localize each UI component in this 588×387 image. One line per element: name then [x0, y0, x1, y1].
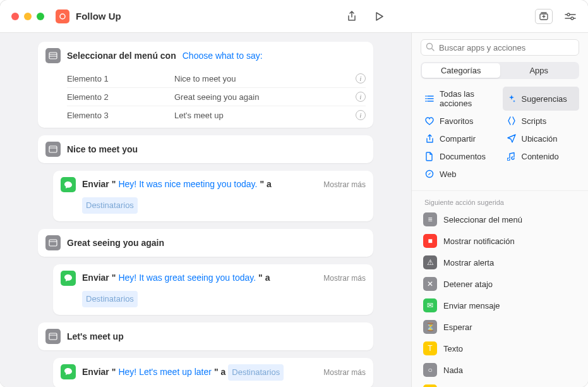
tab-categories[interactable]: Categorías: [422, 63, 500, 78]
minimize-window-button[interactable]: [24, 13, 32, 20]
case-title: Nice to meet you: [67, 144, 138, 154]
messages-app-icon: [61, 271, 76, 286]
info-icon[interactable]: i: [356, 73, 366, 83]
case-title: Great seeing you again: [67, 238, 164, 248]
suggestion-item[interactable]: ⏳Esperar: [418, 316, 582, 338]
show-more-button[interactable]: Mostrar más: [323, 272, 366, 285]
category-content[interactable]: Contenido: [503, 149, 580, 164]
suggestions-header: Siguiente acción sugerida: [412, 194, 588, 209]
category-fav[interactable]: Favoritos: [421, 113, 498, 128]
menu-case-icon: [45, 142, 61, 157]
suggestion-item[interactable]: ⚠Mostrar alerta: [418, 252, 582, 273]
menu-case-header[interactable]: Great seeing you again: [38, 229, 373, 257]
tab-apps[interactable]: Apps: [500, 63, 579, 78]
category-all[interactable]: Todas las acciones: [421, 87, 498, 111]
svg-rect-5: [49, 146, 57, 152]
info-icon[interactable]: i: [356, 110, 366, 120]
messages-app-icon: [61, 364, 76, 379]
fullscreen-window-button[interactable]: [37, 13, 44, 20]
recipients-placeholder[interactable]: Destinatarios: [82, 197, 138, 214]
menu-case-icon: [45, 235, 61, 250]
menu-item-row[interactable]: Elemento 3 Let's meet up i: [67, 106, 366, 124]
category-web[interactable]: Web: [421, 166, 498, 181]
menu-items-list: Elemento 1 Nice to meet you i Elemento 2…: [38, 70, 373, 128]
search-field[interactable]: [421, 39, 579, 56]
suggestion-item[interactable]: ▣Mostrar resultado: [418, 381, 582, 387]
messages-app-icon: [61, 177, 76, 192]
action-glyph-icon: ✕: [423, 277, 437, 291]
category-location[interactable]: Ubicación: [503, 131, 580, 146]
shortcut-editor: Seleccionar del menú con Choose what to …: [0, 33, 411, 387]
case-title: Let's meet up: [67, 331, 124, 341]
action-send-message[interactable]: Enviar " Hey! It was great seeing you to…: [53, 264, 373, 315]
show-more-button[interactable]: Mostrar más: [323, 366, 366, 379]
menu-action-icon: [45, 48, 61, 63]
run-icon[interactable]: [373, 10, 386, 23]
safari-icon: [424, 169, 435, 179]
suggestion-item[interactable]: ○Nada: [418, 359, 582, 381]
message-token[interactable]: Hey! It was great seeing you today.: [118, 271, 256, 286]
close-window-button[interactable]: [11, 13, 19, 20]
doc-icon: [424, 151, 435, 161]
script-icon: [507, 116, 517, 126]
action-choose-from-menu[interactable]: Seleccionar del menú con Choose what to …: [38, 42, 373, 128]
svg-point-9: [427, 44, 433, 49]
svg-point-3: [571, 17, 573, 20]
suggestion-item[interactable]: ✉Enviar mensaje: [418, 295, 582, 316]
menu-case-header[interactable]: Nice to meet you: [38, 135, 373, 163]
suggestion-item[interactable]: ■Mostrar notificación: [418, 230, 582, 252]
menu-case-icon: [45, 329, 61, 344]
svg-rect-7: [49, 333, 57, 340]
message-token[interactable]: Hey! Let's meet up later: [118, 365, 211, 380]
settings-sliders-icon[interactable]: [564, 10, 577, 23]
location-icon: [507, 133, 517, 144]
menu-action-label: Seleccionar del menú con: [67, 51, 176, 61]
suggestion-item[interactable]: ✕Detener atajo: [418, 273, 582, 295]
menu-item-row[interactable]: Elemento 1 Nice to meet you i: [67, 70, 366, 87]
action-glyph-icon: ⚠: [423, 255, 437, 269]
share-icon: [424, 133, 435, 144]
action-glyph-icon: ○: [423, 363, 437, 377]
music-icon: [507, 151, 517, 161]
svg-rect-4: [49, 52, 57, 59]
shortcut-icon: [56, 9, 69, 23]
show-more-button[interactable]: Mostrar más: [323, 178, 366, 191]
message-token[interactable]: Hey! It was nice meeting you today.: [118, 177, 257, 192]
suggestion-item[interactable]: TTexto: [418, 338, 582, 359]
action-glyph-icon: ■: [423, 234, 437, 248]
category-scripts[interactable]: Scripts: [503, 113, 580, 128]
category-sugg[interactable]: Sugerencias: [503, 87, 580, 111]
suggestion-item[interactable]: ≡Seleccionar del menú: [418, 209, 582, 230]
category-docs[interactable]: Documentos: [421, 149, 498, 164]
action-glyph-icon: T: [423, 341, 437, 355]
library-icon[interactable]: [535, 9, 553, 24]
svg-point-0: [60, 14, 65, 19]
svg-rect-6: [49, 240, 57, 246]
sparkle-icon: [507, 94, 517, 104]
menu-item-row[interactable]: Elemento 2 Great seeing you again i: [67, 87, 366, 106]
action-glyph-icon: ⏳: [423, 320, 437, 334]
category-share[interactable]: Compartir: [421, 131, 498, 146]
search-input[interactable]: [421, 39, 579, 56]
heart-icon: [424, 116, 435, 126]
menu-prompt-token[interactable]: Choose what to say:: [183, 51, 263, 61]
action-send-message[interactable]: Enviar " Hey! Let's meet up later " a De…: [53, 358, 373, 387]
window-title: Follow Up: [76, 11, 121, 22]
window-controls: [11, 13, 44, 20]
action-glyph-icon: ≡: [423, 212, 437, 226]
suggestion-list: ≡Seleccionar del menú■Mostrar notificaci…: [412, 209, 588, 387]
action-glyph-icon: ▣: [423, 384, 437, 387]
recipients-placeholder[interactable]: Destinatarios: [82, 291, 138, 307]
action-library-sidebar: Categorías Apps Todas las accionesSugere…: [411, 33, 588, 387]
category-list: Todas las accionesSugerenciasFavoritosSc…: [412, 85, 588, 188]
share-icon[interactable]: [345, 10, 358, 23]
titlebar: Follow Up: [0, 0, 588, 33]
list-icon: [424, 94, 435, 104]
segmented-control: Categorías Apps: [421, 62, 579, 79]
search-icon: [426, 42, 435, 51]
recipients-placeholder[interactable]: Destinatarios: [228, 364, 284, 381]
svg-point-2: [567, 13, 570, 16]
info-icon[interactable]: i: [356, 92, 366, 102]
menu-case-header[interactable]: Let's meet up: [38, 322, 373, 350]
action-send-message[interactable]: Enviar " Hey! It was nice meeting you to…: [53, 171, 373, 221]
